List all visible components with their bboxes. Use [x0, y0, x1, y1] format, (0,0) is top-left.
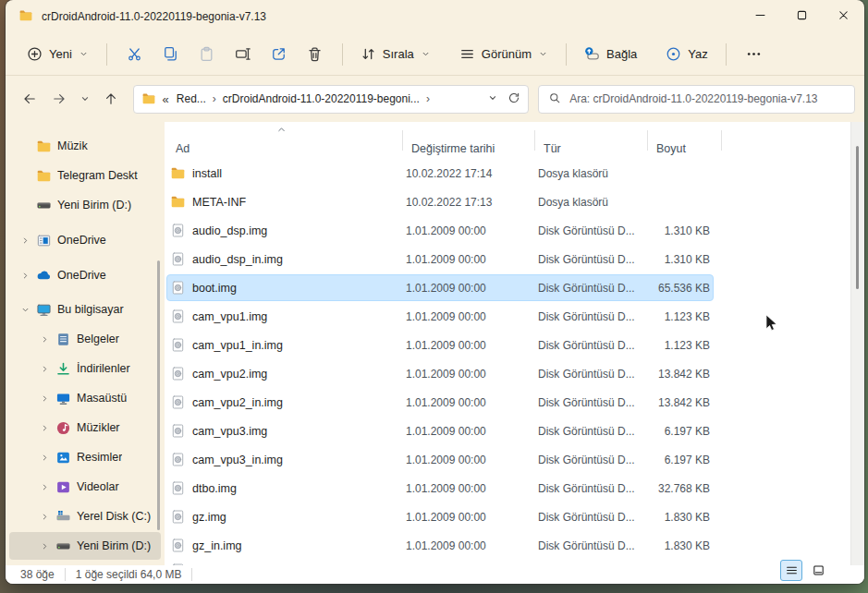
disk-windows-icon — [55, 508, 71, 525]
toolbar-button-delete[interactable] — [297, 39, 333, 70]
toolbar-button-sort[interactable]: Sırala — [352, 39, 439, 70]
back-button[interactable] — [15, 84, 44, 114]
file-row-cam-vpu1-img[interactable]: cam_vpu1.img1.01.2009 00:00Disk Görüntüs… — [165, 302, 864, 331]
music-icon — [55, 419, 71, 436]
sidebar-item-videolar[interactable]: Videolar — [9, 473, 161, 501]
breadcrumb-collapse-button[interactable]: « — [157, 92, 173, 106]
chevron-right-icon[interactable] — [34, 482, 55, 492]
chevron-right-icon[interactable] — [15, 236, 35, 246]
column-header-date[interactable]: Değiştirme tarihi — [402, 142, 534, 155]
sidebar-item-i-ndirilenler[interactable]: İndirilenler — [9, 355, 161, 382]
file-row-cam-vpu1-in-img[interactable]: cam_vpu1_in.img1.01.2009 00:00Disk Görün… — [165, 331, 864, 359]
column-header-type[interactable]: Tür — [534, 142, 647, 155]
toolbar-button-rename[interactable] — [225, 39, 261, 70]
chevron-right-icon[interactable] — [15, 271, 35, 281]
toolbar-button-burn[interactable]: Yaz — [657, 39, 715, 70]
file-name-cell: cam_vpu1_in.img — [165, 337, 402, 353]
chevron-right-icon[interactable] — [34, 364, 55, 374]
file-size-cell: 1.310 KB — [647, 224, 721, 237]
toolbar-separator — [726, 43, 727, 66]
toolbar-button-paste[interactable] — [189, 39, 225, 70]
drive-icon — [55, 538, 71, 554]
file-row-cam-vpu3-in-img[interactable]: cam_vpu3_in.img1.01.2009 00:00Disk Görün… — [165, 445, 864, 474]
toolbar-button-view[interactable]: Görünüm — [451, 39, 556, 70]
chevron-right-icon[interactable] — [34, 334, 55, 345]
chevron-right-icon[interactable] — [34, 423, 55, 433]
title-bar: crDroidAndroid-11.0-20220119-begonia-v7.… — [6, 0, 864, 33]
sidebar-item-telegram-deskt[interactable]: Telegram Deskt — [9, 162, 161, 189]
chevron-right-icon[interactable] — [34, 393, 55, 404]
column-header-name[interactable]: Ad — [165, 142, 402, 155]
minimize-button[interactable] — [740, 0, 781, 33]
close-button[interactable] — [823, 0, 864, 33]
file-row-install[interactable]: install10.02.2022 17:14Dosya klasörü — [165, 159, 864, 188]
toolbar-button-share[interactable] — [261, 39, 297, 70]
copy-icon — [163, 46, 178, 62]
sidebar-item-belgeler[interactable]: Belgeler — [9, 325, 161, 353]
column-separator[interactable] — [647, 130, 648, 151]
file-row-gz-in-img[interactable]: gz_in.img1.01.2009 00:00Disk Görüntüsü D… — [165, 531, 864, 560]
disk-image-icon — [170, 280, 186, 296]
toolbar-button-more[interactable] — [736, 39, 772, 70]
file-row-cam-vpu2-in-img[interactable]: cam_vpu2_in.img1.01.2009 00:00Disk Görün… — [165, 388, 864, 417]
refresh-icon[interactable] — [507, 91, 520, 107]
column-separator[interactable] — [402, 130, 403, 151]
content-area: MüzikTelegram DesktYeni Birim (D:)OneDri… — [6, 122, 864, 565]
sidebar-item-label: Videolar — [77, 480, 119, 493]
file-row-audio-dsp-img[interactable]: audio_dsp.img1.01.2009 00:00Disk Görüntü… — [165, 216, 864, 245]
chevron-right-icon[interactable] — [34, 453, 55, 463]
navigation-bar: « Red...›crDroidAndroid-11.0-20220119-be… — [6, 76, 864, 122]
sidebar-scrollbar[interactable] — [157, 260, 160, 530]
toolbar-button-cut[interactable] — [116, 39, 153, 70]
file-row-audio-dsp-in-img[interactable]: audio_dsp_in.img1.01.2009 00:00Disk Görü… — [165, 245, 864, 273]
search-box[interactable]: Ara: crDroidAndroid-11.0-20220119-begoni… — [538, 85, 855, 114]
sidebar-item-bu-bilgisayar[interactable]: Bu bilgisayar — [9, 296, 161, 323]
toolbar-button-copy[interactable] — [153, 39, 189, 70]
file-name: cam_vpu3_in.img — [192, 454, 283, 466]
recent-locations-chevron[interactable] — [74, 84, 96, 114]
icons-view-button[interactable] — [807, 560, 829, 581]
breadcrumb-item[interactable]: Red... — [173, 91, 210, 107]
up-button[interactable] — [96, 84, 126, 114]
file-row-cam-vpu3-img[interactable]: cam_vpu3.img1.01.2009 00:00Disk Görüntüs… — [165, 417, 864, 445]
file-row-cam-vpu2-img[interactable]: cam_vpu2.img1.01.2009 00:00Disk Görüntüs… — [165, 359, 864, 388]
file-row-gz-img[interactable]: gz.img1.01.2009 00:00Disk Görüntüsü D...… — [165, 502, 864, 531]
desktop-icon — [55, 390, 71, 406]
maximize-button[interactable] — [781, 0, 823, 33]
sort-ascending-icon — [275, 124, 287, 139]
breadcrumb-item[interactable]: crDroidAndroid-11.0-20220119-begoni... — [219, 91, 423, 107]
list-scrollbar-track[interactable] — [850, 122, 864, 565]
chevron-right-icon[interactable] — [34, 512, 55, 522]
file-row-boot-img[interactable]: boot.img1.01.2009 00:00Disk Görüntüsü D.… — [165, 273, 864, 302]
file-date-cell: 1.01.2009 00:00 — [402, 310, 534, 323]
details-view-button[interactable] — [780, 560, 802, 581]
address-dropdown-chevron-icon[interactable] — [487, 92, 498, 106]
sidebar-item-yeni-birim-d-[interactable]: Yeni Birim (D:) — [9, 191, 161, 219]
sidebar-item-m-zik[interactable]: Müzik — [9, 132, 161, 160]
sidebar-item-yerel-disk-c-[interactable]: Yerel Disk (C:) — [9, 502, 161, 530]
breadcrumb-separator-icon: › — [423, 92, 433, 105]
sidebar-item-masa-st-[interactable]: Masaüstü — [9, 384, 161, 412]
sidebar-item-onedrive[interactable]: OneDrive — [9, 226, 161, 254]
file-row-META-INF[interactable]: META-INF10.02.2022 17:13Dosya klasörü — [165, 188, 864, 216]
toolbar-button-mount[interactable]: Bağla — [576, 39, 645, 70]
chevron-right-icon[interactable] — [34, 541, 55, 551]
file-row-dtbo-img[interactable]: dtbo.img1.01.2009 00:00Disk Görüntüsü D.… — [165, 474, 864, 502]
column-separator[interactable] — [534, 130, 535, 151]
sidebar-item-label: Belgeler — [77, 333, 119, 345]
file-date-cell: 1.01.2009 00:00 — [402, 368, 534, 381]
sidebar-item-m-zikler[interactable]: Müzikler — [9, 414, 161, 442]
disk-image-icon — [170, 480, 186, 496]
list-scrollbar-thumb[interactable] — [856, 146, 859, 289]
sidebar-item-resimler[interactable]: Resimler — [9, 443, 161, 471]
column-header-size[interactable]: Boyut — [647, 142, 721, 155]
forward-button[interactable] — [44, 84, 74, 114]
column-separator[interactable] — [721, 130, 722, 151]
address-bar[interactable]: « Red...›crDroidAndroid-11.0-20220119-be… — [133, 85, 530, 114]
chevron-down-icon[interactable] — [15, 305, 35, 315]
sidebar-item-yeni-birim-d-[interactable]: Yeni Birim (D:) — [9, 532, 161, 560]
toolbar-button-new[interactable]: Yeni — [18, 39, 97, 70]
sidebar-item-onedrive[interactable]: OneDrive — [9, 261, 161, 289]
sidebar-item-label: OneDrive — [57, 234, 106, 247]
file-name: gz_in.img — [192, 539, 242, 552]
